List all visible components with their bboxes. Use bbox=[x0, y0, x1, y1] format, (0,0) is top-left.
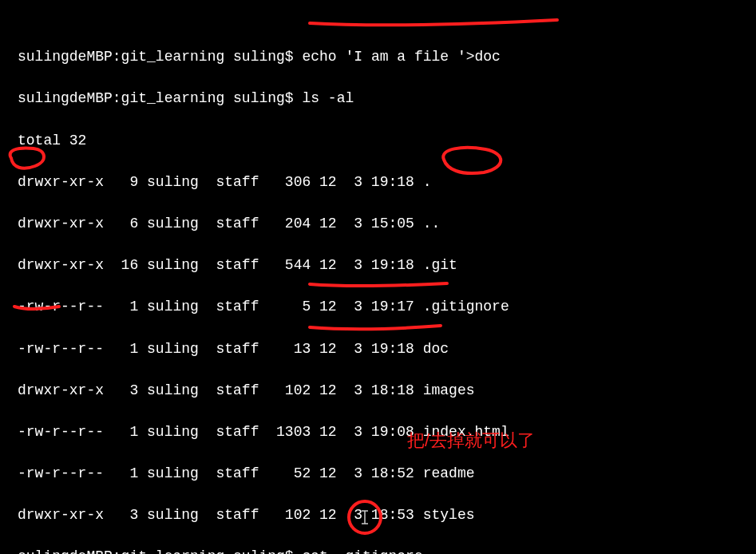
underline-echo-icon bbox=[310, 20, 557, 25]
ls-row: drwxr-xr-x 16 suling staff 544 12 3 19:1… bbox=[18, 255, 751, 275]
ls-total: total 32 bbox=[18, 130, 751, 151]
annotation-text: 把/去掉就可以了 bbox=[407, 428, 535, 453]
command-cat: cat .gitignore bbox=[302, 548, 422, 554]
prompt: sulingdeMBP:git_learning suling$ bbox=[18, 49, 302, 65]
ls-row: -rw-r--r-- 1 suling staff 5 12 3 19:17 .… bbox=[18, 296, 751, 317]
ls-row: drwxr-xr-x 9 suling staff 306 12 3 19:18… bbox=[18, 172, 751, 192]
underline-gitstatus-icon bbox=[310, 326, 441, 329]
ls-row: drwxr-xr-x 6 suling staff 204 12 3 15:05… bbox=[18, 213, 751, 234]
circle-doc-icon bbox=[443, 148, 501, 173]
command-ls: ls -al bbox=[302, 90, 354, 106]
command-line-cat: sulingdeMBP:git_learning suling$ cat .gi… bbox=[18, 546, 751, 554]
ls-row: drwxr-xr-x 3 suling staff 102 12 3 18:18… bbox=[18, 380, 751, 401]
circle-permissions-icon bbox=[10, 148, 44, 168]
terminal-window[interactable]: sulingdeMBP:git_learning suling$ echo 'I… bbox=[0, 0, 756, 554]
prompt: sulingdeMBP:git_learning suling$ bbox=[18, 90, 302, 106]
underline-cat-icon bbox=[310, 283, 447, 286]
command-line-ls: sulingdeMBP:git_learning suling$ ls -al bbox=[18, 88, 751, 109]
ls-row: -rw-r--r-- 1 suling staff 13 12 3 19:18 … bbox=[18, 338, 751, 359]
command-line-echo: sulingdeMBP:git_learning suling$ echo 'I… bbox=[18, 46, 751, 67]
command-echo: echo 'I am a file '>doc bbox=[302, 49, 500, 65]
ls-row: drwxr-xr-x 3 suling staff 102 12 3 18:53… bbox=[18, 505, 751, 525]
ls-row: -rw-r--r-- 1 suling staff 1303 12 3 19:0… bbox=[18, 421, 751, 442]
prompt: sulingdeMBP:git_learning suling$ bbox=[18, 548, 302, 554]
ls-row: -rw-r--r-- 1 suling staff 52 12 3 18:52 … bbox=[18, 463, 751, 484]
